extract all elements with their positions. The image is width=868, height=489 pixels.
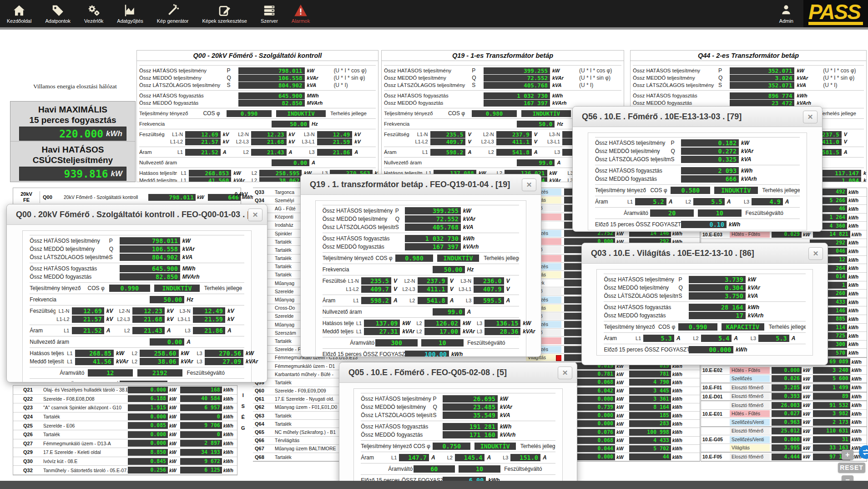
row-kwh-unit: kWh <box>847 300 858 305</box>
row-kwh-value: 168 <box>180 387 222 393</box>
voltage-value: 407.9 <box>474 285 504 293</box>
meter-row-energy: Össz HATÁSOS fogyasztás896 774kWh <box>633 92 864 99</box>
toolbar-item-k-pek-szerkeszt-se[interactable]: Képek szerkesztése <box>196 0 254 27</box>
row-kw-unit: kW <box>615 421 624 427</box>
table-row[interactable]: Q25Szerelde - E060.085kW9 706kWh <box>13 421 237 430</box>
meter-header-spacer <box>384 61 621 65</box>
phase-label: L3 <box>545 149 562 155</box>
voltage-value: 235.5 <box>430 131 466 138</box>
row-kwh-unit: kWh <box>850 437 862 442</box>
phase-power-unit: kW <box>460 320 474 326</box>
table-row[interactable]: Q26Tartalék0.000kW0kWh <box>13 430 237 439</box>
table-row[interactable]: 10.E-G05Szellőzés/Venti0.000kW31kWh <box>701 435 867 444</box>
meter-row-voltage: L1-L221.57kVL2-L321.68kVL3-L121.59kV <box>139 138 376 145</box>
row-type-label: Szellőzés/Venti <box>730 419 770 426</box>
group-current: ÁramL15.2AL25.5AL34.9A <box>595 196 800 207</box>
energy-value: 28 164 <box>689 304 746 311</box>
row-type-label: Elosztó főmérő <box>730 402 770 409</box>
row-code: Q25 <box>23 423 43 428</box>
admin-button[interactable]: Admin <box>769 4 803 24</box>
current-value: 147.7 <box>399 454 429 461</box>
table-row[interactable]: Q32Tanműhely - Sátortetős tároló - 05.E-… <box>13 466 237 475</box>
phase-power-value: 38.062 <box>259 177 302 183</box>
group-pqs: Össz HATÁSOS teljesítményP3.739kWÖssz ME… <box>604 274 805 301</box>
phase-power-value: 17.00 <box>424 328 460 335</box>
row-kwh-unit: kWh <box>222 405 233 410</box>
phase-pair-label: L3-N <box>177 308 193 314</box>
table-row[interactable]: Q22Szerelde - F08,E08,D086.188kW40 584kW… <box>13 395 237 404</box>
phase-power-value: 270.56 <box>205 350 243 357</box>
meter-row-transformers: Áramváltó2010Feszültségváltó <box>595 209 800 217</box>
row-kw-unit: kW <box>615 413 624 418</box>
phase-label: L3 <box>736 199 752 204</box>
table-row[interactable]: Q30Ivóvíz kút - 08.E0.845kW9 672kWh <box>13 457 237 466</box>
frequency-label: Frekvencia <box>323 266 405 273</box>
reset-button[interactable]: RESET <box>838 463 865 473</box>
row-kwh-unit: kWh <box>222 432 233 437</box>
row-id: 10.E-E01 <box>701 411 730 417</box>
phase-label: L1 <box>384 455 399 460</box>
pass-logo[interactable]: PASS <box>803 0 868 27</box>
toolbar-item-vez-rl-k[interactable]: Vezérlők <box>77 0 110 27</box>
power-unit: kVAr <box>550 75 574 81</box>
row-kw-unit: kW <box>802 454 810 459</box>
power-label: Össz LÁTSZÓLAGOS teljesítmény <box>30 254 109 260</box>
energy-value: 1 032 730 <box>405 235 460 242</box>
power-unit: kW <box>498 396 517 402</box>
load-type-value: INDUKTÍV <box>437 255 479 262</box>
table-row[interactable]: 10.E-E02Hűtés - Fűtés0.000kW3 240kWh <box>701 366 867 375</box>
monthly-peak-unit: kW <box>111 169 123 178</box>
toolbar-item-adatgy-jt-s[interactable]: Adatgyűjtés <box>110 0 150 27</box>
close-icon[interactable]: ✕ <box>248 209 262 221</box>
table-row[interactable]: 10.E-F01Elosztó főmérő3.285kW1 499kWh <box>701 383 867 392</box>
close-icon[interactable]: ✕ <box>558 367 572 379</box>
phase-power-value: 27.31 <box>364 328 400 335</box>
table-row[interactable]: Q27Fémmegmunkáló üzem - D13-A0.000kW2 89… <box>13 439 237 448</box>
zoom-in-button[interactable]: + <box>842 450 853 460</box>
close-icon[interactable]: ✕ <box>808 247 823 260</box>
table-row[interactable]: Q21Olaj- és Veszélyes hulladék tároló - … <box>13 386 237 395</box>
table-row[interactable]: Q2917.E Szerelde - Keleti oldal8.850kW34… <box>13 448 237 457</box>
toolbar-item-szerver[interactable]: Szerver <box>254 0 285 27</box>
current-label: Áram <box>595 199 620 205</box>
meter-row-prev15: Előző 15 perces ÖSSZ FOGYASZTÁS100.00kWh <box>323 350 520 357</box>
current-label: Áram <box>604 335 628 341</box>
table-row[interactable]: Q24Tartalék0.000kW0kWh <box>13 413 237 422</box>
close-icon[interactable]: ✕ <box>522 178 536 191</box>
meter-row-prev15: Előző 15 perces ÖSSZ FOGYASZTÁS200.00kWh <box>30 380 244 382</box>
phase-label: L3 <box>474 329 484 334</box>
toolbar-item-alarmok[interactable]: Alarmok <box>285 0 317 27</box>
table-row[interactable]: 10.E-E01Hűtés - Fűtés0.027kW3 982kWh <box>701 410 867 418</box>
power-label: Össz LÁTSZÓLAGOS teljesítmény <box>595 156 671 163</box>
close-icon[interactable]: ✕ <box>803 111 818 123</box>
row-kw-value: 0.000 <box>128 431 168 438</box>
phase-pair-label: L3-N <box>299 132 317 137</box>
row-kw-unit: kW <box>802 376 810 382</box>
table-row[interactable]: 10.E-D01Elosztó főmérő0.393kW89kWh <box>701 392 867 401</box>
row-kw-value: 6.188 <box>128 395 168 402</box>
row-code: Q34 <box>253 198 275 203</box>
table-row[interactable]: Elosztó főmérő26.003kW91 532kWh <box>701 401 867 410</box>
row-kw-unit: kW <box>615 404 624 410</box>
energy-unit: kWh <box>794 93 818 98</box>
row-kw-unit: kW <box>168 449 177 455</box>
ct-label: Áramváltó <box>60 370 87 376</box>
neutral-label: Nullvezető áram <box>30 339 120 345</box>
row-kwh-unit: kWh <box>847 325 858 330</box>
power-symbol: P <box>678 276 688 283</box>
power-symbol: Q <box>227 75 238 81</box>
row-type-label: Elosztó főmérő <box>730 384 770 391</box>
prev15-label: Előző 15 perces ÖSSZ FOGYASZTÁS <box>323 351 405 357</box>
row-name: Ivóvíz kút - 08.E <box>43 458 128 464</box>
toolbar-item-adatpontok[interactable]: Adatpontok <box>38 0 77 27</box>
current-value: 598.2 <box>430 149 466 156</box>
table-row[interactable]: Szellőzés0.026kW5 600kWh <box>701 375 867 383</box>
row-kw-unit: kW <box>802 394 810 399</box>
toolbar-item-k-p-gener-tor[interactable]: Kép generátor <box>150 0 196 27</box>
table-row[interactable]: Szellőzés/Venti0.963kW2 173kWh <box>701 418 867 427</box>
phase-power-value: 137.09 <box>364 320 400 327</box>
table-row[interactable]: Elosztó főmérő25.012kW110 631kWh <box>701 427 867 436</box>
group-current: ÁramL121.52AL221.43AL321.86A <box>30 325 244 336</box>
toolbar-item-kezd-oldal[interactable]: Kezdőoldal <box>0 0 38 27</box>
table-row[interactable]: Q23"A" csarnok Spinkler alközpont - G101… <box>13 403 237 413</box>
